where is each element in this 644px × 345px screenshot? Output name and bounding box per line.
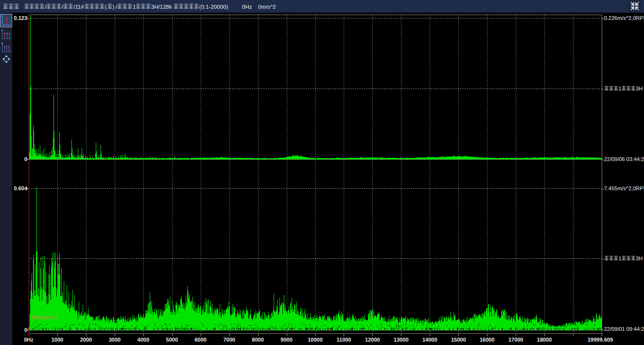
- svg-text:17000: 17000: [508, 337, 523, 343]
- svg-text:1: 1: [619, 255, 622, 261]
- svg-text:1: 1: [133, 4, 136, 10]
- svg-text:0: 0: [24, 156, 27, 162]
- svg-text:128k: 128k: [160, 4, 172, 10]
- svg-text:8000: 8000: [252, 337, 263, 343]
- svg-text:4000: 4000: [138, 337, 149, 343]
- svg-text:-22/09/06 03:44:2: -22/09/06 03:44:2: [602, 156, 644, 162]
- svg-text:-: -: [602, 86, 604, 91]
- svg-text:0m/s^2: 0m/s^2: [258, 4, 276, 10]
- svg-text:13000: 13000: [394, 337, 409, 343]
- svg-text:-0.226m/s^2,0RPM: -0.226m/s^2,0RPM: [602, 15, 644, 21]
- svg-text:14000: 14000: [422, 337, 437, 343]
- svg-text:1: 1: [619, 86, 622, 91]
- svg-text:-: -: [602, 255, 604, 261]
- svg-text:1000: 1000: [52, 337, 63, 343]
- svg-text:15000: 15000: [451, 337, 466, 343]
- svg-text:3H: 3H: [151, 4, 158, 10]
- svg-text:(: (: [105, 4, 107, 10]
- svg-text:3H: 3H: [636, 86, 643, 91]
- svg-text:3H: 3H: [636, 255, 643, 261]
- svg-text:11000: 11000: [337, 337, 351, 343]
- svg-text:0: 0: [24, 327, 27, 333]
- svg-text:9000: 9000: [280, 337, 292, 343]
- svg-text:0Hz: 0Hz: [24, 337, 34, 343]
- svg-text:5000: 5000: [166, 337, 178, 343]
- svg-text:-7.455m/s^2,0RPM: -7.455m/s^2,0RPM: [602, 185, 644, 191]
- svg-text:18000: 18000: [537, 337, 552, 343]
- svg-text:12000: 12000: [365, 337, 380, 343]
- svg-text:0.604: 0.604: [14, 185, 27, 191]
- svg-text:0Hz,0m/s^2: 0Hz,0m/s^2: [31, 315, 58, 320]
- svg-text:7000: 7000: [223, 337, 235, 343]
- svg-text:2000: 2000: [80, 337, 92, 343]
- svg-text:10000: 10000: [308, 337, 323, 343]
- svg-text:19999.609: 19999.609: [588, 337, 613, 343]
- svg-text:16000: 16000: [480, 337, 495, 343]
- svg-text:): ): [113, 4, 115, 10]
- svg-text:0Hz: 0Hz: [242, 4, 252, 10]
- svg-text:6000: 6000: [194, 337, 206, 343]
- svg-text:0.123: 0.123: [14, 15, 27, 21]
- svg-text:3000: 3000: [109, 337, 121, 343]
- svg-text:(0.1-20000): (0.1-20000): [199, 4, 228, 10]
- svg-text:11#: 11#: [75, 4, 84, 10]
- svg-text:-22/09/01 09:44:2: -22/09/01 09:44:2: [602, 326, 644, 332]
